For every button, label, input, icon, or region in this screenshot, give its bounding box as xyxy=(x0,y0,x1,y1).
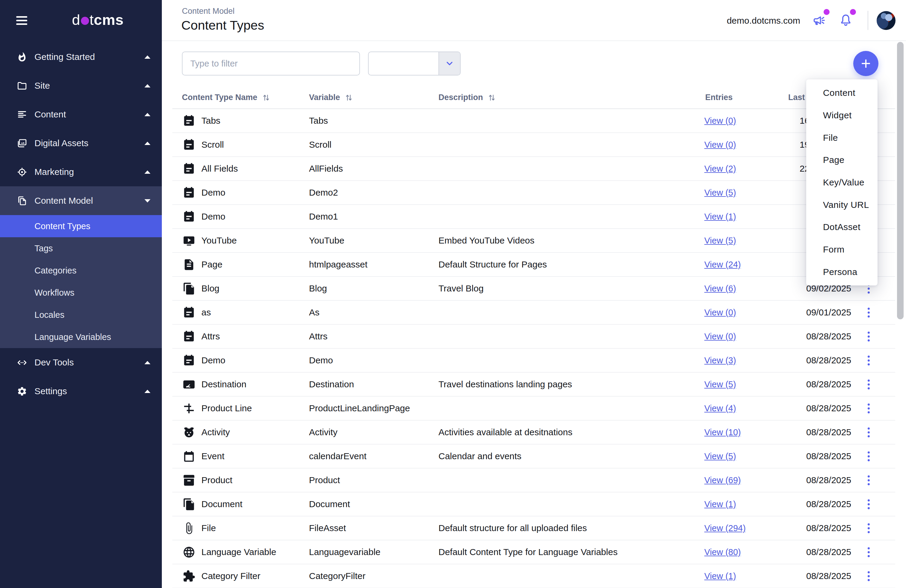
sidebar-item-site[interactable]: Site xyxy=(0,71,162,100)
content-type-description: Calendar and events xyxy=(439,445,522,468)
row-actions-kebab-icon[interactable] xyxy=(861,540,876,564)
entries-view-link[interactable]: View (5) xyxy=(704,236,736,245)
sort-icon[interactable] xyxy=(345,93,353,102)
sidebar-expanded-section: Content Model Content Types Tags Categor… xyxy=(0,186,162,348)
content-type-variable: Demo2 xyxy=(309,181,338,204)
globe-icon xyxy=(182,540,195,564)
content-type-variable: As xyxy=(309,301,319,324)
content-type-description: Default Content Type for Language Variab… xyxy=(439,540,618,564)
site-host-label: demo.dotcms.com xyxy=(727,0,800,41)
column-header-label: Variable xyxy=(309,93,340,102)
create-menu-item-vanity-url[interactable]: Vanity URL xyxy=(806,193,877,216)
row-actions-kebab-icon[interactable] xyxy=(861,564,876,588)
row-actions-kebab-icon[interactable] xyxy=(861,421,876,444)
column-header-description[interactable]: Description xyxy=(439,86,496,109)
column-header-variable[interactable]: Variable xyxy=(309,86,353,109)
entries-view-link[interactable]: View (1) xyxy=(704,499,736,509)
entries-view-link[interactable]: View (1) xyxy=(704,571,736,581)
entries-view-link[interactable]: View (4) xyxy=(704,403,736,413)
sidebar-item-getting-started[interactable]: Getting Started xyxy=(0,43,162,71)
chevron-icon xyxy=(144,361,150,364)
row-actions-kebab-icon[interactable] xyxy=(861,492,876,516)
entries-view-link[interactable]: View (69) xyxy=(704,475,741,485)
entries-view-link[interactable]: View (3) xyxy=(704,355,736,365)
sidebar-item-label: Dev Tools xyxy=(0,357,74,368)
table-row: Blog Blog Travel Blog View (6) 09/02/202… xyxy=(172,277,895,301)
row-actions-kebab-icon[interactable] xyxy=(861,445,876,468)
sidebar-item-digital-assets[interactable]: Digital Assets xyxy=(0,129,162,158)
sidebar-item-label: Digital Assets xyxy=(0,138,88,148)
entries-view-link[interactable]: View (0) xyxy=(704,116,736,126)
create-menu-item-widget[interactable]: Widget xyxy=(806,104,877,127)
vertical-scrollbar-thumb[interactable] xyxy=(897,42,904,319)
user-avatar[interactable] xyxy=(877,11,895,30)
create-menu-item-file[interactable]: File xyxy=(806,126,877,149)
row-actions-kebab-icon[interactable] xyxy=(861,325,876,348)
entries-view-link[interactable]: View (80) xyxy=(704,547,741,557)
entries-view-link[interactable]: View (6) xyxy=(704,284,736,293)
sidebar-item-marketing[interactable]: Marketing xyxy=(0,158,162,186)
sidebar-item-content-model[interactable]: Content Model xyxy=(0,186,162,215)
entries-view-link[interactable]: View (0) xyxy=(704,140,736,150)
event-note-icon xyxy=(182,181,195,204)
sidebar-item-content[interactable]: Content xyxy=(0,100,162,129)
notifications-icon[interactable] xyxy=(839,13,853,27)
type-filter-select[interactable] xyxy=(368,51,461,75)
sidebar-item-content-types[interactable]: Content Types xyxy=(0,215,162,237)
entries-view-link[interactable]: View (24) xyxy=(704,260,741,269)
create-menu-item-key-value[interactable]: Key/Value xyxy=(806,171,877,194)
content-type-variable: Tabs xyxy=(309,109,328,132)
content-type-variable: AllFields xyxy=(309,157,343,180)
create-menu-item-content[interactable]: Content xyxy=(806,82,877,104)
create-menu-item-dotasset[interactable]: DotAsset xyxy=(806,216,877,239)
row-actions-kebab-icon[interactable] xyxy=(861,301,876,324)
announcements-icon[interactable] xyxy=(812,13,826,27)
airplane-ticket-icon xyxy=(182,373,195,396)
entries-view-link[interactable]: View (5) xyxy=(704,451,736,461)
entries-view-link[interactable]: View (294) xyxy=(704,523,746,533)
row-actions-kebab-icon[interactable] xyxy=(861,397,876,420)
entries-view-link[interactable]: View (0) xyxy=(704,308,736,317)
sidebar-item-dev-tools[interactable]: Dev Tools xyxy=(0,348,162,377)
row-actions-kebab-icon[interactable] xyxy=(861,468,876,492)
sidebar-item-language-variables[interactable]: Language Variables xyxy=(0,326,162,348)
last-edit-date: 08/28/2025 xyxy=(806,349,851,372)
entries-view-link[interactable]: View (2) xyxy=(704,164,736,174)
add-content-type-button[interactable]: + xyxy=(853,51,879,76)
chevron-icon xyxy=(144,390,150,393)
entries-view-link[interactable]: View (5) xyxy=(704,188,736,198)
entries-view-link[interactable]: View (5) xyxy=(704,379,736,389)
create-menu-item-page[interactable]: Page xyxy=(806,149,877,171)
sidebar-item-settings[interactable]: Settings xyxy=(0,377,162,406)
column-header-content-type-name[interactable]: Content Type Name xyxy=(182,86,271,109)
table-row: Product Product View (69) 08/28/2025 xyxy=(172,468,895,492)
sidebar-item-tags[interactable]: Tags xyxy=(0,237,162,260)
row-actions-kebab-icon[interactable] xyxy=(861,516,876,540)
entries-view-link[interactable]: View (1) xyxy=(704,212,736,221)
row-actions-kebab-icon[interactable] xyxy=(861,373,876,396)
chevron-icon xyxy=(144,113,150,116)
sidebar-item-categories[interactable]: Categories xyxy=(0,260,162,282)
content-type-variable: Scroll xyxy=(309,133,332,156)
create-menu-item-form[interactable]: Form xyxy=(806,239,877,261)
last-edit-date: 08/28/2025 xyxy=(806,373,851,396)
sort-icon[interactable] xyxy=(262,93,271,102)
breadcrumb: Content Model xyxy=(182,6,234,16)
filter-input[interactable] xyxy=(182,51,360,75)
table-row: All Fields AllFields View (2) 22 xyxy=(172,157,895,181)
content-type-name: Demo xyxy=(201,205,225,228)
row-actions-kebab-icon[interactable] xyxy=(861,349,876,372)
sidebar-item-locales[interactable]: Locales xyxy=(0,304,162,326)
chevron-icon xyxy=(144,199,150,202)
create-menu-item-persona[interactable]: Persona xyxy=(806,261,877,283)
entries-view-link[interactable]: View (10) xyxy=(704,427,741,437)
sidebar-item-workflows[interactable]: Workflows xyxy=(0,282,162,304)
sidebar-item-label: Content Model xyxy=(0,196,93,206)
menu-toggle-icon[interactable] xyxy=(16,16,28,26)
sort-icon[interactable] xyxy=(487,93,496,102)
content-type-name: Blog xyxy=(201,277,219,300)
select-trigger[interactable] xyxy=(439,52,460,75)
copy-pages-icon xyxy=(17,196,27,206)
text-lines-icon xyxy=(17,109,27,120)
entries-view-link[interactable]: View (0) xyxy=(704,331,736,341)
